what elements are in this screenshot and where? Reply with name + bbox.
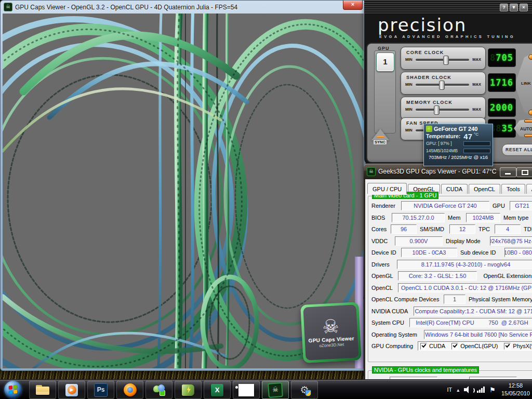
taskbar-media-player[interactable]: ▶: [58, 381, 85, 399]
checkbox-opencl-gpu[interactable]: [451, 343, 458, 350]
taskbar-admin-tool[interactable]: ⚙: [291, 381, 318, 399]
system-tray: IT ▴ ⚑ 12:58 15/05/2010: [447, 380, 530, 399]
collapse-button[interactable]: ▼: [510, 4, 518, 11]
taskbar-photoshop[interactable]: Ps: [87, 381, 114, 399]
max-label: MAX: [472, 57, 481, 62]
media-player-icon: ▶: [65, 384, 78, 396]
min-label: MIN: [405, 128, 413, 132]
field-value: Windows 7 64-bit build 7600 [No Service …: [424, 330, 532, 339]
gpu-usage-label: GPU: [ 97% ]: [426, 141, 462, 146]
tab-opencl[interactable]: OpenCL: [469, 184, 500, 194]
field-value: 1: [444, 295, 466, 304]
field-label: VDDC: [371, 238, 393, 244]
field-value: 1024MB: [466, 213, 500, 222]
field-value: 8.17.11.9745 (4-3-2010) - nvoglv64: [397, 260, 532, 269]
field-label: Device ID: [371, 249, 400, 256]
maximize-button[interactable]: [516, 167, 532, 177]
field-value: 532x399@75 Hz-32: [490, 236, 532, 246]
badge-subtitle: oZone3D.Net: [319, 342, 344, 348]
memory-clock-slider[interactable]: [416, 109, 470, 111]
gpu-name: GeForce GT 240: [434, 126, 477, 132]
shader-clock-label: SHADER CLOCK: [406, 75, 485, 80]
tab-tools[interactable]: Tools: [501, 184, 525, 194]
caps-tabs: GPU / CPUOpenGLCUDAOpenCLToolsAbout: [367, 182, 532, 194]
action-center-icon[interactable]: ⚑: [489, 386, 496, 394]
skull-icon: ☠: [322, 317, 339, 337]
field-label: Renderer: [371, 203, 400, 209]
tab-gpu-cpu[interactable]: GPU / CPU: [367, 183, 407, 194]
volume-icon[interactable]: [464, 386, 472, 393]
field-label: System CPU: [371, 320, 408, 326]
gl-window-title: GPU Caps Viewer - OpenGL 3.2 - OpenCL GP…: [15, 4, 237, 11]
hidden-icons-arrow[interactable]: ▴: [457, 387, 459, 393]
minimize-button[interactable]: [500, 167, 516, 177]
photo-viewer-icon: [238, 384, 254, 396]
auto-led-top: [524, 119, 532, 123]
main-fields: RendererNVIDIA GeForce GT 240GPUGT21BIOS…: [371, 201, 532, 360]
gl-titlebar[interactable]: ☠ GPU Caps Viewer - OpenGL 3.2 - OpenCL …: [1, 1, 366, 14]
field-label: TDP: [524, 226, 532, 232]
shader-clock-slider[interactable]: [416, 84, 470, 86]
temperature-value: 47: [463, 132, 472, 141]
caps-viewer-window: ☠ Geeks3D GPU Caps Viewer - GPU1: 47°C G…: [364, 164, 532, 382]
field-label: Physical System Memory: [469, 296, 532, 302]
start-button[interactable]: [4, 381, 22, 398]
taskbar-photo-viewer[interactable]: [233, 381, 260, 399]
memory-clock-readout: 2000: [488, 98, 516, 117]
checkbox-cuda[interactable]: [420, 343, 427, 350]
shader-clock-thumb[interactable]: [439, 81, 445, 90]
precision-tagline: EVGA ADVANCED GRAPHICS TUNING: [379, 34, 515, 39]
close-button[interactable]: ×: [343, 1, 363, 10]
checkbox-label: CUDA: [429, 343, 445, 349]
field-value: NVIDIA GeForce GT 240: [401, 201, 489, 210]
field-value: Compute Capability:1.2 - CUDA SM: 12 @ 1…: [414, 307, 532, 316]
caps-window-title: Geeks3D GPU Caps Viewer - GPU1: 47°C: [378, 168, 496, 175]
link-led-bottom: [528, 110, 532, 115]
network-icon[interactable]: [477, 387, 485, 393]
field-label: Mem: [448, 215, 464, 221]
field-label: Operating System: [371, 331, 422, 338]
field-label: SM/SIMD: [420, 226, 448, 232]
gl-window: ☠ GPU Caps Viewer - OpenGL 3.2 - OpenCL …: [0, 0, 366, 371]
sync-button[interactable]: [371, 129, 389, 140]
memory-usage-bar: [463, 149, 490, 153]
taskbar-windows-explorer[interactable]: [29, 381, 56, 399]
field-label: Drivers: [371, 261, 395, 268]
link-led-top: [528, 54, 532, 60]
gl-render-area: ☠ GPU Caps Viewer oZone3D.Net: [3, 14, 364, 368]
taskbar-messenger[interactable]: [145, 381, 172, 399]
taskbar: ▶ Ps X ☠ ⚙ IT ▴ ⚑ 12:58 15/05/2010: [0, 379, 532, 399]
tab-about[interactable]: About: [526, 184, 532, 194]
gpu-monitor-tooltip: GeForce GT 240 Temperature: 47 °C GPU: […: [423, 124, 493, 166]
reset-all-button[interactable]: RESET ALL: [502, 144, 532, 156]
core-clock-thumb[interactable]: [443, 56, 449, 65]
clock[interactable]: 12:58 15/05/2010: [501, 382, 530, 397]
taskbar-notes-utility[interactable]: [175, 381, 202, 399]
app-icon: ☠: [367, 167, 376, 176]
tab-cuda[interactable]: CUDA: [441, 184, 468, 194]
field-value: OpenCL 1.0 CUDA 3.0.1 - CU: 12 @ 1716MHz…: [398, 283, 532, 292]
core-clock-readout: 8705: [488, 48, 516, 67]
close-button[interactable]: ×: [520, 4, 528, 11]
field-label: Sub device ID: [460, 249, 503, 256]
field-value: 10B0 - 0801: [504, 248, 532, 257]
folder-icon: [36, 385, 49, 395]
memory-clock-thumb[interactable]: [434, 105, 440, 115]
checkbox-physx-9100[interactable]: [504, 343, 511, 350]
gpu-caps-icon: ☠: [268, 382, 283, 398]
main-video-card-group: Main video card - 1 GPU RendererNVIDIA G…: [368, 196, 532, 362]
gpu-usage-bar: [463, 141, 490, 146]
field-value: 0.900V: [395, 236, 443, 246]
gpu-1-button[interactable]: 1: [376, 52, 394, 72]
taskbar-gpu-caps-viewer[interactable]: ☠: [262, 381, 289, 399]
language-indicator[interactable]: IT: [447, 387, 452, 393]
firefox-icon: [124, 383, 137, 396]
taskbar-firefox[interactable]: [116, 381, 143, 399]
core-clock-label: CORE CLOCK: [406, 50, 485, 55]
memory-usage-label: 145MB/1024MB: [426, 148, 462, 153]
excel-icon: X: [211, 384, 223, 396]
core-clock-slider[interactable]: [416, 59, 470, 61]
help-button[interactable]: ?: [500, 4, 508, 11]
min-label: MIN: [405, 107, 413, 112]
taskbar-excel[interactable]: X: [204, 381, 231, 399]
